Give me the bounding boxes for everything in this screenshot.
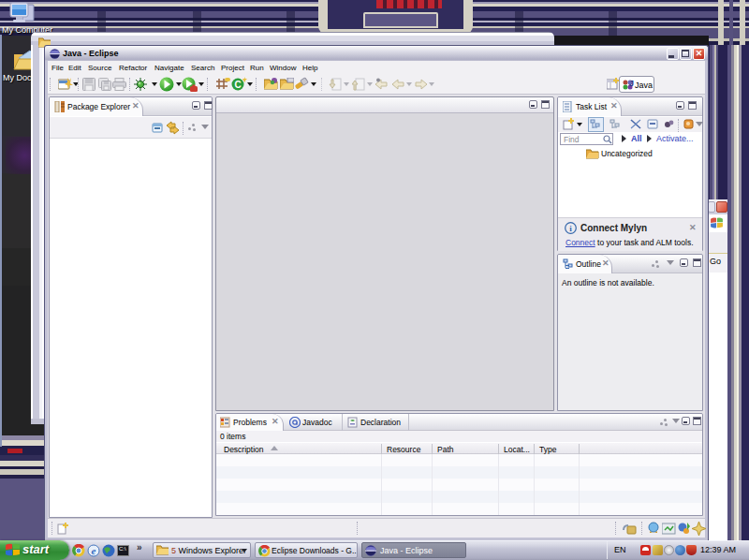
svg-text:i: i: [569, 224, 572, 233]
svg-text:C: C: [234, 80, 241, 90]
svg-text:e: e: [92, 545, 96, 556]
svg-text:J: J: [629, 79, 634, 88]
